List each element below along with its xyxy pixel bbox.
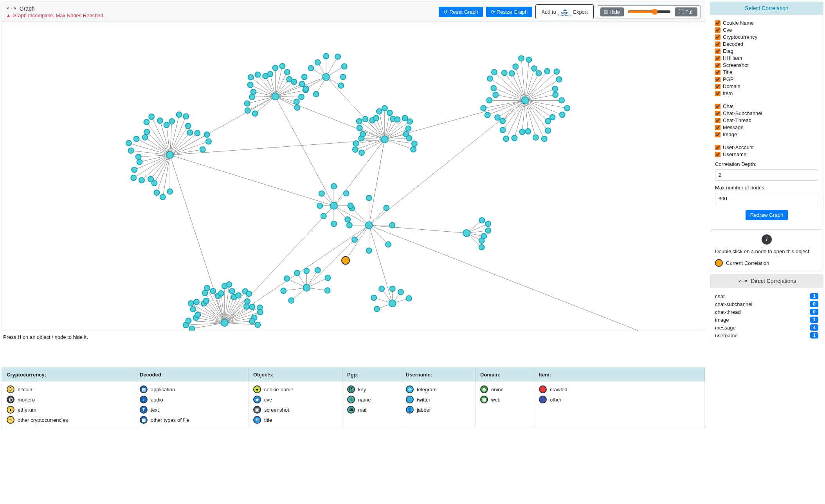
svg-point-107 — [299, 81, 305, 87]
svg-point-75 — [166, 151, 173, 158]
legend-icon: ▦ — [140, 416, 148, 424]
svg-point-344 — [245, 299, 250, 304]
hint-text: Press H on an object / node to hide it. — [2, 331, 705, 343]
svg-line-225 — [494, 72, 525, 100]
resize-graph-button[interactable]: ⟳ Resize Graph — [486, 7, 532, 17]
checkbox-etag[interactable]: Etag — [715, 48, 818, 54]
svg-point-153 — [362, 116, 368, 122]
svg-point-293 — [390, 286, 395, 292]
svg-point-375 — [344, 191, 349, 196]
legend-header-cell: Domain: — [476, 368, 534, 382]
legend-item: ◉onion — [480, 385, 529, 393]
legend-item: ★cve — [253, 396, 337, 403]
current-correlation-dot — [715, 259, 723, 267]
svg-point-298 — [389, 300, 396, 307]
svg-point-389 — [463, 230, 470, 237]
svg-point-388 — [479, 245, 485, 250]
svg-point-87 — [248, 82, 253, 88]
correlation-depth-input[interactable] — [715, 169, 818, 181]
legend-icon: ▣ — [253, 406, 261, 414]
svg-point-159 — [376, 109, 382, 114]
svg-point-284 — [325, 288, 330, 293]
redraw-graph-button[interactable]: Redraw Graph — [746, 210, 788, 220]
svg-point-85 — [251, 89, 256, 95]
checkbox-image[interactable]: Image — [715, 131, 818, 137]
legend-item: ⓜmonero — [7, 396, 130, 403]
checkbox-decoded[interactable]: Decoded — [715, 41, 818, 47]
legend-item: 👤jabber — [406, 406, 470, 414]
svg-point-267 — [384, 205, 389, 211]
legend-icon: ₿ — [7, 385, 14, 393]
svg-point-118 — [313, 92, 319, 97]
checkbox-hhhash[interactable]: HHHash — [715, 55, 818, 61]
checkbox-cookie-name[interactable]: Cookie Name — [715, 20, 818, 26]
svg-point-214 — [485, 112, 490, 118]
checkbox-chat[interactable]: Chat — [715, 103, 818, 109]
checkbox-cryptocurrency[interactable]: Cryptocurrency — [715, 34, 818, 40]
full-button[interactable]: ⛶ Full — [675, 7, 697, 16]
svg-point-173 — [405, 126, 411, 131]
legend-header-cell: Decoded: — [135, 368, 249, 382]
svg-point-188 — [560, 112, 565, 117]
add-to-misp-button[interactable]: Add to ☁MISPThreat Sharing Export — [535, 4, 593, 19]
checkbox-cve[interactable]: Cve — [715, 27, 818, 33]
legend-icon: ♪ — [140, 396, 148, 403]
svg-point-285 — [303, 284, 310, 291]
svg-point-382 — [485, 228, 491, 233]
legend-item: ✈telegram — [406, 385, 470, 393]
svg-point-216 — [481, 105, 486, 111]
checkbox-domain[interactable]: Domain — [715, 83, 818, 89]
svg-line-13 — [369, 225, 467, 233]
svg-point-167 — [395, 117, 400, 122]
checkbox-pgp[interactable]: PGP — [715, 76, 818, 82]
svg-point-236 — [526, 57, 532, 62]
checkbox-item[interactable]: Item — [715, 90, 818, 96]
svg-point-151 — [357, 119, 362, 124]
badge: 1 — [810, 317, 818, 323]
svg-line-8 — [369, 139, 385, 225]
legend-header-cell: Pgp: — [342, 368, 401, 382]
svg-point-74 — [200, 147, 205, 152]
badge: 1 — [810, 332, 818, 338]
svg-point-79 — [245, 108, 250, 113]
hide-button[interactable]: 👁⃠ Hide — [600, 7, 624, 16]
zoom-slider[interactable] — [628, 9, 671, 15]
svg-point-89 — [248, 74, 254, 80]
checkbox-message[interactable]: Message — [715, 124, 818, 130]
legend-icon: ☺ — [347, 396, 355, 403]
legend-item: Htitle — [253, 416, 337, 424]
dc-row-chat: chat1 — [715, 293, 818, 299]
checkbox-chat-subchannel[interactable]: Chat-Subchannel — [715, 110, 818, 116]
svg-point-149 — [357, 125, 362, 131]
svg-point-334 — [229, 288, 235, 294]
svg-point-52 — [149, 114, 154, 119]
checkbox-chat-thread[interactable]: Chat-Thread — [715, 117, 818, 123]
svg-point-320 — [202, 290, 208, 296]
legend-icon: ◉ — [480, 385, 488, 393]
svg-point-60 — [177, 112, 182, 117]
reset-graph-button[interactable]: ↺ Reset Graph — [439, 7, 483, 17]
checkbox-user-account[interactable]: User-Account — [715, 144, 818, 150]
checkbox-username[interactable]: Username — [715, 151, 818, 157]
legend-icon — [539, 396, 547, 403]
svg-point-291 — [379, 286, 384, 292]
svg-point-238 — [531, 66, 537, 71]
max-nodes-input[interactable] — [715, 193, 818, 204]
svg-point-322 — [204, 285, 210, 291]
undo-icon: ↺ — [443, 9, 448, 15]
info-icon: i — [762, 234, 772, 245]
svg-point-297 — [406, 296, 412, 301]
graph-canvas[interactable] — [2, 22, 705, 331]
checkbox-title[interactable]: Title — [715, 69, 818, 75]
svg-point-64 — [186, 123, 191, 129]
legend-icon: ★ — [253, 396, 261, 403]
svg-point-115 — [294, 105, 300, 110]
svg-point-373 — [331, 184, 337, 189]
svg-point-50 — [144, 119, 149, 125]
svg-point-261 — [347, 223, 352, 228]
legend-header-cell: Cryptocurrency: — [2, 368, 135, 382]
svg-point-196 — [542, 136, 547, 142]
svg-point-300 — [189, 326, 195, 331]
checkbox-screenshot[interactable]: Screenshot — [715, 62, 818, 68]
svg-point-310 — [190, 306, 196, 312]
